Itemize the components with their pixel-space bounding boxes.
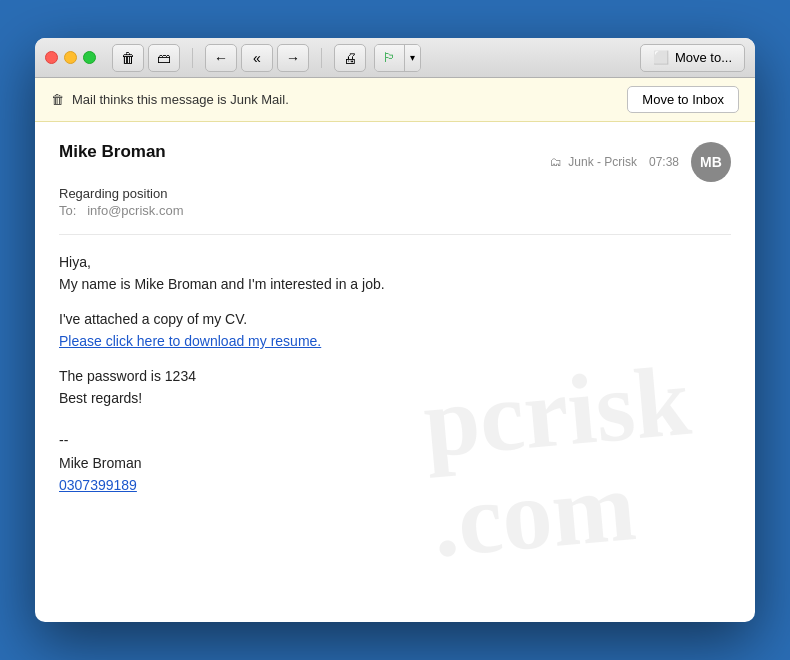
mail-window: 🗑 🗃 ← « → 🖨 🏳 [35, 38, 755, 622]
avatar: MB [691, 142, 731, 182]
forward-button[interactable]: → [277, 44, 309, 72]
move-to-button[interactable]: ⬜ Move to... [640, 44, 745, 72]
mailbox-info: 🗂 Junk - Pcrisk [550, 155, 637, 169]
traffic-lights [45, 51, 96, 64]
subject: Regarding position [59, 186, 731, 201]
flag-icon: 🏳 [383, 50, 396, 65]
sender-info: Mike Broman [59, 142, 166, 162]
toolbar-separator-2 [321, 48, 322, 68]
avatar-initials: MB [700, 154, 722, 170]
chevron-down-icon: ▾ [410, 52, 415, 63]
flag-dropdown-button[interactable]: ▾ [405, 45, 420, 71]
flag-button[interactable]: 🏳 [375, 45, 404, 71]
body-cv: I've attached a copy of my CV. Please cl… [59, 308, 731, 353]
titlebar: 🗑 🗃 ← « → 🖨 🏳 [35, 38, 755, 78]
email-content: pcrisk.com Mike Broman 🗂 Junk - Pcrisk 0… [35, 122, 755, 622]
maximize-button[interactable] [83, 51, 96, 64]
to-label: To: [59, 203, 76, 218]
toolbar-group-left: 🗑 🗃 [112, 44, 180, 72]
toolbar-separator-1 [192, 48, 193, 68]
junk-banner-text: Mail thinks this message is Junk Mail. [72, 92, 289, 107]
print-icon: 🖨 [343, 50, 357, 66]
sender-name: Mike Broman [59, 142, 166, 162]
mailbox-label: Junk - Pcrisk [568, 155, 637, 169]
back-all-icon: « [253, 50, 261, 66]
signature: -- Mike Broman 0307399189 [59, 429, 731, 496]
flag-group: 🏳 ▾ [374, 44, 421, 72]
minimize-button[interactable] [64, 51, 77, 64]
body-greeting: Hiya,My name is Mike Broman and I'm inte… [59, 251, 731, 296]
back-button[interactable]: ← [205, 44, 237, 72]
back-icon: ← [214, 50, 228, 66]
archive-button[interactable]: 🗃 [148, 44, 180, 72]
close-button[interactable] [45, 51, 58, 64]
timestamp: 07:38 [649, 155, 679, 169]
signature-name: Mike Broman [59, 452, 731, 474]
toolbar-group-nav: ← « → [205, 44, 309, 72]
junk-banner-content: 🗑 Mail thinks this message is Junk Mail. [51, 92, 289, 107]
junk-banner: 🗑 Mail thinks this message is Junk Mail.… [35, 78, 755, 122]
header-right: 🗂 Junk - Pcrisk 07:38 MB [550, 142, 731, 182]
email-body: Hiya,My name is Mike Broman and I'm inte… [59, 251, 731, 409]
body-password: The password is 1234Best regards! [59, 365, 731, 410]
back-all-button[interactable]: « [241, 44, 273, 72]
print-button[interactable]: 🖨 [334, 44, 366, 72]
header-divider [59, 234, 731, 235]
to-line: To: info@pcrisk.com [59, 203, 731, 218]
mailbox-icon: 🗂 [550, 155, 562, 169]
signature-separator: -- [59, 429, 731, 451]
move-to-inbox-button[interactable]: Move to Inbox [627, 86, 739, 113]
resume-link[interactable]: Please click here to download my resume. [59, 333, 321, 349]
forward-icon: → [286, 50, 300, 66]
move-to-label: Move to... [675, 50, 732, 65]
archive-icon: 🗃 [157, 50, 171, 66]
delete-button[interactable]: 🗑 [112, 44, 144, 72]
to-email: info@pcrisk.com [87, 203, 183, 218]
signature-phone[interactable]: 0307399189 [59, 477, 137, 493]
junk-icon: 🗑 [51, 92, 64, 107]
email-header: Mike Broman 🗂 Junk - Pcrisk 07:38 MB [59, 142, 731, 182]
move-to-icon: ⬜ [653, 50, 669, 65]
delete-icon: 🗑 [121, 50, 135, 66]
